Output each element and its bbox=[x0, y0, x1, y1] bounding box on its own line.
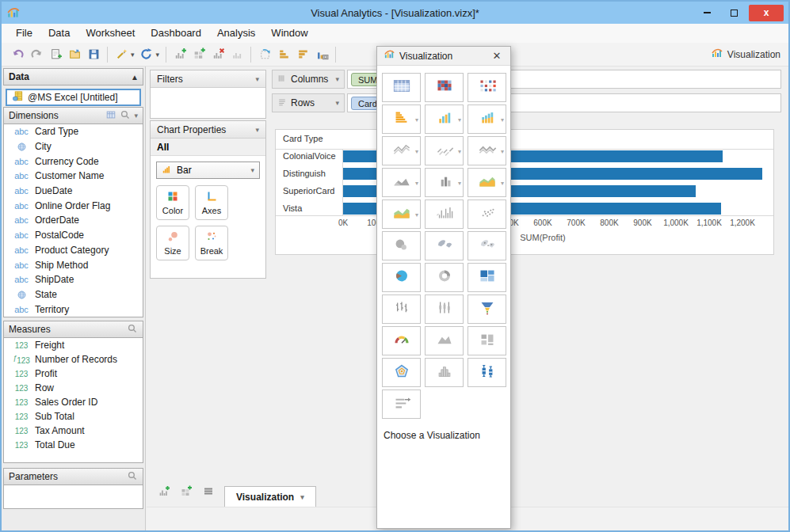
menu-item-dashboard[interactable]: Dashboard bbox=[143, 24, 209, 43]
field-number-of-records[interactable]: ƒ123Number of Records bbox=[4, 352, 143, 367]
field-city[interactable]: City bbox=[4, 139, 143, 154]
rows-shelf-label[interactable]: Rows ▾ bbox=[272, 93, 345, 112]
chevron-down-icon[interactable]: ▾ bbox=[300, 493, 304, 501]
delete-worksheet-icon[interactable] bbox=[208, 45, 227, 64]
field-tax-amount[interactable]: 123Tax Amount bbox=[4, 424, 143, 438]
viz-type-pie[interactable] bbox=[382, 263, 421, 292]
viz-type-bar-stacked[interactable]: ▾ bbox=[468, 104, 506, 134]
viz-type-area-mono[interactable] bbox=[425, 326, 464, 355]
viz-type-gauge[interactable] bbox=[382, 326, 421, 355]
duplicate-worksheet-icon[interactable] bbox=[227, 45, 246, 64]
field-orderdate[interactable]: abcOrderDate bbox=[4, 213, 143, 228]
viz-type-histogram[interactable] bbox=[425, 358, 464, 387]
chart-presentation-icon[interactable] bbox=[312, 45, 331, 64]
redo-icon[interactable] bbox=[27, 45, 46, 64]
field-currency-code[interactable]: abcCurrency Code bbox=[4, 154, 143, 169]
dialog-close-icon[interactable]: ✕ bbox=[490, 50, 504, 62]
worksheet-list-icon[interactable] bbox=[199, 482, 218, 501]
axes-button[interactable]: Axes bbox=[195, 185, 228, 220]
field-territory[interactable]: abcTerritory bbox=[4, 302, 143, 317]
menu-item-worksheet[interactable]: Worksheet bbox=[78, 24, 143, 43]
chevron-down-icon[interactable]: ▾ bbox=[335, 99, 339, 107]
chevron-down-icon[interactable]: ▾ bbox=[415, 147, 418, 154]
viz-type-bar-vertical[interactable]: ▾ bbox=[425, 104, 464, 134]
viz-type-box-plot[interactable] bbox=[468, 358, 506, 387]
field-duedate[interactable]: abcDueDate bbox=[4, 184, 143, 199]
menu-item-analysis[interactable]: Analysis bbox=[209, 24, 263, 43]
connect-icon[interactable] bbox=[112, 45, 131, 64]
menu-item-file[interactable]: File bbox=[8, 24, 40, 43]
viz-type-stock-hlc[interactable] bbox=[382, 294, 421, 324]
color-button[interactable]: Color bbox=[156, 185, 189, 220]
search-icon[interactable] bbox=[120, 109, 131, 123]
viz-type-treemap[interactable] bbox=[468, 263, 506, 292]
viz-type-line-jump[interactable]: ▾ bbox=[468, 136, 506, 165]
toolbar-dropdown-caret[interactable]: ▾ bbox=[131, 51, 137, 59]
viz-type-map-marks[interactable] bbox=[468, 231, 506, 260]
viz-type-bubble[interactable] bbox=[382, 231, 421, 260]
viz-type-area-color[interactable]: ▾ bbox=[468, 168, 506, 197]
add-worksheet-icon[interactable] bbox=[170, 45, 189, 64]
field-product-category[interactable]: abcProduct Category bbox=[4, 243, 143, 258]
columns-shelf-label[interactable]: Columns ▾ bbox=[272, 70, 345, 89]
undo-icon[interactable] bbox=[8, 45, 27, 64]
field-sub-total[interactable]: 123Sub Total bbox=[4, 409, 143, 424]
chevron-down-icon[interactable]: ▾ bbox=[458, 147, 461, 154]
save-icon[interactable] bbox=[84, 45, 103, 64]
viz-type-column-range[interactable]: ▾ bbox=[425, 168, 464, 197]
field-card-type[interactable]: abcCard Type bbox=[4, 124, 143, 139]
viz-type-funnel[interactable] bbox=[468, 294, 506, 324]
minimize-button[interactable] bbox=[693, 5, 720, 21]
viz-type-heat-map[interactable] bbox=[425, 73, 464, 102]
close-button[interactable]: x bbox=[749, 5, 784, 21]
viz-type-line[interactable]: ▾ bbox=[382, 136, 421, 165]
chevron-down-icon[interactable]: ▾ bbox=[501, 116, 504, 123]
field-ship-method[interactable]: abcShip Method bbox=[4, 257, 143, 272]
field-customer-name[interactable]: abcCustomer Name bbox=[4, 169, 143, 184]
chevron-down-icon[interactable]: ▾ bbox=[501, 179, 504, 186]
chevron-down-icon[interactable]: ▾ bbox=[415, 179, 418, 186]
break-button[interactable]: Break bbox=[195, 226, 228, 260]
field-sales-order-id[interactable]: 123Sales Order ID bbox=[4, 395, 143, 409]
viz-type-table[interactable] bbox=[382, 73, 421, 102]
chart-type-select[interactable]: Bar ▾ bbox=[156, 162, 260, 179]
new-worksheet-file-icon[interactable] bbox=[46, 45, 65, 64]
viz-type-donut[interactable] bbox=[425, 263, 464, 292]
field-row[interactable]: 123Row bbox=[4, 381, 143, 395]
chevron-down-icon[interactable]: ▾ bbox=[501, 147, 504, 154]
chart-properties-header[interactable]: Chart Properties ▾ bbox=[151, 121, 265, 139]
chevron-down-icon[interactable]: ▾ bbox=[415, 116, 418, 123]
field-freight[interactable]: 123Freight bbox=[4, 338, 143, 352]
menu-item-window[interactable]: Window bbox=[263, 24, 315, 43]
view-data-grid-icon[interactable] bbox=[105, 109, 116, 123]
open-icon[interactable] bbox=[65, 45, 84, 64]
dialog-header[interactable]: Visualization ✕ bbox=[377, 47, 510, 66]
add-dashboard-icon[interactable] bbox=[177, 482, 196, 501]
field-profit[interactable]: 123Profit bbox=[4, 367, 143, 381]
sort-ascending-icon[interactable] bbox=[274, 45, 293, 64]
chevron-down-icon[interactable]: ▾ bbox=[255, 75, 259, 83]
search-icon[interactable] bbox=[127, 470, 138, 484]
chevron-down-icon[interactable]: ▾ bbox=[134, 112, 138, 120]
add-dashboard-icon[interactable] bbox=[189, 45, 208, 64]
chevron-down-icon[interactable]: ▾ bbox=[415, 211, 418, 218]
viz-type-highlight-table[interactable] bbox=[468, 73, 506, 102]
viz-type-area-discrete[interactable]: ▾ bbox=[382, 168, 421, 197]
viz-type-scatter[interactable] bbox=[468, 200, 506, 229]
viz-type-bullet[interactable] bbox=[382, 390, 421, 419]
swap-axes-icon[interactable] bbox=[255, 45, 274, 64]
chevron-down-icon[interactable]: ▾ bbox=[458, 179, 461, 186]
data-source-item[interactable]: @MS Excel [Untitled] bbox=[6, 89, 141, 106]
viz-type-radar[interactable] bbox=[382, 358, 421, 387]
viz-type-stock-candlestick[interactable] bbox=[425, 294, 464, 324]
add-worksheet-icon[interactable] bbox=[155, 482, 174, 501]
menu-item-data[interactable]: Data bbox=[40, 24, 78, 43]
sort-updown-icon[interactable]: ▲ bbox=[131, 73, 138, 82]
viz-type-line-discrete[interactable]: ▾ bbox=[425, 136, 464, 165]
field-state[interactable]: State bbox=[4, 287, 143, 302]
viz-type-map[interactable] bbox=[425, 231, 464, 260]
field-total-due[interactable]: 123Total Due bbox=[4, 438, 143, 452]
toolbar-dropdown-caret[interactable]: ▾ bbox=[156, 51, 162, 59]
data-section-header[interactable]: Data ▲ bbox=[3, 68, 143, 86]
field-shipdate[interactable]: abcShipDate bbox=[4, 272, 143, 287]
